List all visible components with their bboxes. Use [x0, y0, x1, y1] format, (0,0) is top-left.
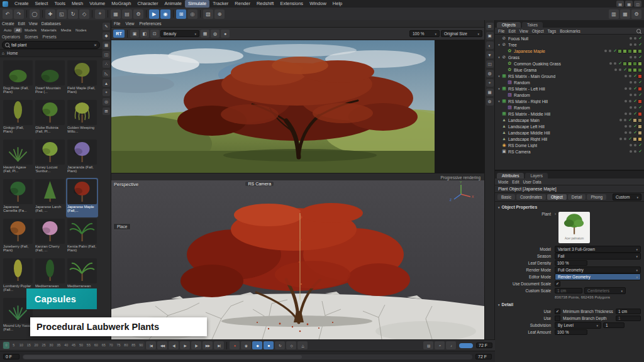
asset-item-honey-locust-sunbur[interactable]: Honey Locust 'Sunbur...	[34, 138, 66, 178]
enabled-check-icon[interactable]: ✓	[638, 92, 642, 97]
play-button[interactable]: ▶	[180, 341, 190, 349]
attr-dropdown-season[interactable]: Fall	[555, 253, 641, 260]
enabled-check-icon[interactable]: ✓	[628, 118, 632, 123]
live-selection-tool[interactable]: ◯	[30, 9, 40, 19]
object-row-random[interactable]: ▨Random✓	[495, 92, 644, 98]
editor-visibility-dot[interactable]	[619, 138, 622, 140]
render-visibility-dot[interactable]	[629, 112, 631, 115]
asset-item-jacaranda-fall-plant[interactable]: Jacaranda (Fall, Plant)	[66, 138, 98, 178]
timeline-options-icon[interactable]: ▤	[423, 341, 433, 349]
menu-volume[interactable]: Volume	[86, 0, 108, 8]
pen-tool-icon[interactable]: ✎	[103, 23, 110, 30]
om-menu-tags[interactable]: Tags	[547, 29, 556, 33]
last-tool[interactable]: ◇	[79, 9, 89, 19]
editor-visibility-dot[interactable]	[630, 43, 632, 46]
menu-simulate[interactable]: Simulate	[185, 0, 209, 8]
rv-menu-preferences[interactable]: Preferences	[139, 21, 161, 26]
hud-icon[interactable]: ◍	[486, 70, 494, 77]
render-visibility-dot[interactable]	[634, 37, 636, 40]
search-input[interactable]	[11, 43, 92, 47]
render-view-button[interactable]: ▦	[111, 9, 121, 19]
edges-mode-icon[interactable]: ◺	[103, 70, 110, 77]
panel-tab-attributes[interactable]: Attributes	[497, 173, 524, 178]
expand-arrow-icon[interactable]: ▼	[497, 43, 501, 47]
next-key-button[interactable]: ▶▶	[203, 341, 213, 349]
prev-key-button[interactable]: ◀◀	[157, 341, 167, 349]
object-row-random[interactable]: ▨Random✓	[495, 104, 644, 111]
asset-item-ginkgo-fall-plant[interactable]: Ginkgo (Fall, Plant)	[2, 99, 34, 138]
custom-select[interactable]: Custom	[613, 194, 641, 200]
expand-arrow-icon[interactable]: ▼	[497, 87, 501, 90]
key-rotation-toggle[interactable]: ↻	[275, 341, 285, 349]
editor-visibility-dot[interactable]	[630, 81, 632, 84]
attr-number-field[interactable]: 1	[616, 315, 641, 321]
attr-unit-dropdown[interactable]: Centimeters	[584, 287, 626, 294]
attr-dropdown-render-mode[interactable]: Full Geometry	[555, 266, 641, 273]
attr-checkbox-use-document-scale[interactable]: ✓	[555, 281, 560, 287]
model-mode-icon[interactable]: ◆	[103, 32, 110, 40]
object-row-rs-dome-light[interactable]: ◉RS Dome Light✓	[495, 142, 644, 148]
attr-checkbox-minimum-branch-thickness[interactable]: ✓	[555, 309, 560, 314]
plant-expand-arrow[interactable]: ›	[555, 212, 556, 216]
plant-preview[interactable]: Acer palmatum	[558, 212, 590, 243]
layout-a-icon[interactable]: ▥	[609, 9, 619, 19]
filter-tab-nodes[interactable]: Nodes	[74, 28, 88, 33]
asset-item-golden-weeping-willo[interactable]: Golden Weeping Willo...	[66, 99, 98, 138]
workplane-mode-icon[interactable]: ◫	[103, 51, 110, 58]
view-filter-icon[interactable]: ▼	[486, 51, 494, 58]
enabled-check-icon[interactable]: ✓	[638, 36, 642, 41]
category-tab-operators[interactable]: Operators	[2, 35, 20, 39]
enabled-check-icon[interactable]: ✓	[628, 136, 632, 141]
view-options-icon[interactable]: ⚙	[486, 98, 494, 106]
attr-dropdown-model[interactable]: Variant 3 Full-Grown	[555, 246, 641, 253]
preview-range-slider[interactable]	[23, 354, 472, 359]
enabled-check-icon[interactable]: ✓	[633, 99, 637, 104]
autokey-button[interactable]: ◉	[241, 341, 251, 349]
material-tag[interactable]	[628, 49, 632, 53]
layout-panel-icon[interactable]: ▤	[616, 1, 624, 7]
enabled-check-icon[interactable]: ✓	[613, 48, 617, 53]
home-icon[interactable]: ⌂	[2, 51, 4, 55]
points-mode-icon[interactable]: ∴	[103, 60, 110, 68]
object-row-rs-matrix-right-hill[interactable]: ▼▦RS Matrix - Right Hill✓	[495, 98, 644, 104]
am-menu-mode[interactable]: Mode	[498, 180, 508, 184]
search-box[interactable]: ✕	[2, 41, 100, 49]
ab-compare-icon[interactable]: ◧	[140, 30, 149, 38]
om-menu-file[interactable]: File	[498, 29, 504, 33]
menu-redshift[interactable]: Redshift	[253, 0, 277, 8]
camera-name-label[interactable]: RS Camera	[245, 182, 274, 186]
magnet-tool[interactable]: ◎	[187, 9, 197, 19]
material-tag[interactable]	[633, 68, 637, 72]
om-menu-bookmarks[interactable]: Bookmarks	[560, 29, 580, 33]
view-axis-icon[interactable]: ⌖	[486, 79, 494, 87]
view-layout-icon[interactable]: ⊞	[486, 23, 494, 30]
menu-mograph[interactable]: MoGraph	[108, 0, 134, 8]
rv-menu-file[interactable]: File	[114, 21, 120, 26]
render-visibility-dot[interactable]	[629, 125, 631, 128]
snap-mode-icon[interactable]: ⊞	[103, 107, 110, 115]
object-row-tree[interactable]: ▼⊘Tree✓	[495, 41, 644, 48]
attr-tab-detail[interactable]: Detail	[568, 194, 586, 200]
enabled-check-icon[interactable]: ✓	[638, 149, 642, 154]
render-visibility-dot[interactable]	[629, 100, 631, 102]
prev-frame-button[interactable]: ◀|	[169, 341, 179, 349]
ab-menu-edit[interactable]: Edit	[18, 21, 25, 26]
category-tab-scenes[interactable]: Scenes	[25, 35, 38, 39]
key-pla-toggle[interactable]: △	[297, 341, 308, 349]
perspective-viewport[interactable]: X Y Z Perspective RS Camera Place	[111, 180, 484, 339]
editor-visibility-dot[interactable]	[625, 131, 627, 134]
render-visibility-dot[interactable]	[634, 144, 636, 146]
material-tag[interactable]	[638, 137, 642, 141]
enabled-check-icon[interactable]: ✓	[638, 105, 642, 110]
enabled-check-icon[interactable]: ✓	[638, 42, 642, 47]
goto-start-button[interactable]: |◀	[146, 341, 156, 349]
rotate-tool[interactable]: ↻	[68, 9, 78, 19]
snap-toggle[interactable]: ⊞	[176, 9, 186, 19]
menu-select[interactable]: Select	[32, 0, 52, 8]
asset-item-japanese-larch-fall[interactable]: Japanese Larch (Fall, ...	[34, 178, 66, 217]
asset-item-kentia-palm-fall-plant[interactable]: Kentia Palm (Fall, Plant)	[66, 217, 98, 257]
material-tag[interactable]	[638, 124, 642, 129]
asset-item-japanese-maple-fall[interactable]: Japanese Maple (Fall,...	[66, 178, 98, 217]
material-tag[interactable]	[638, 74, 642, 79]
section-header-detail[interactable]: Detail	[495, 300, 644, 308]
